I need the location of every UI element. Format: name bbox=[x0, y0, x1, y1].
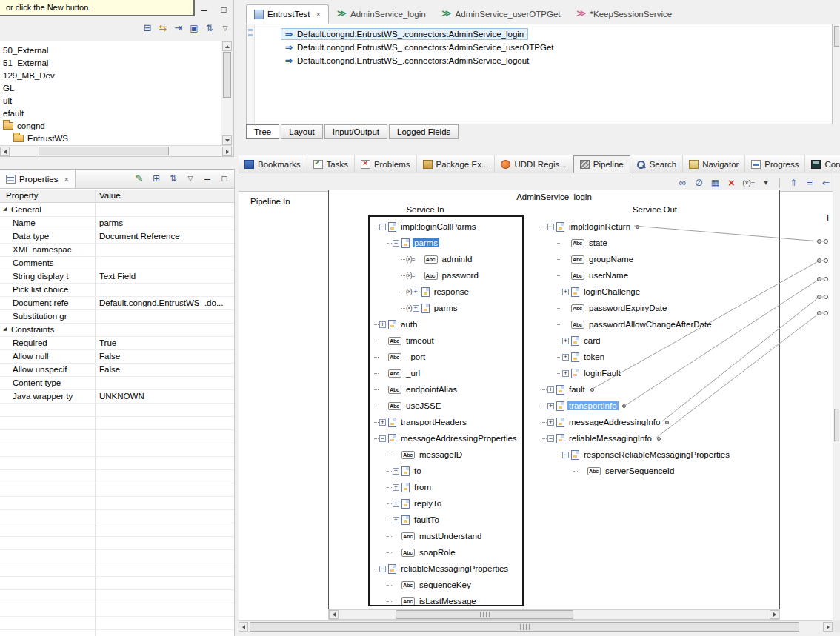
tree-mode-icon[interactable]: ⊞ bbox=[151, 173, 161, 184]
property-row[interactable]: Allow unspecifFalse bbox=[0, 364, 234, 377]
edit-icon[interactable]: ✎ bbox=[134, 173, 144, 184]
service-reference-row[interactable]: ⇒Default.congnd.EntrustWS_.connectors:Ad… bbox=[281, 27, 559, 40]
expand-toggle-icon[interactable]: + bbox=[379, 419, 386, 426]
view-tab-Navigator[interactable]: Navigator bbox=[683, 155, 745, 173]
editor-mode-tab-Layout[interactable]: Layout bbox=[281, 124, 323, 139]
view-tab-PackageEx[interactable]: Package Ex... bbox=[417, 155, 496, 173]
property-row[interactable]: Content type bbox=[0, 377, 234, 390]
minimize-icon[interactable]: – bbox=[202, 173, 213, 184]
map-icon[interactable]: ∞ bbox=[677, 177, 687, 189]
scrollbar-thumb[interactable] bbox=[39, 147, 169, 155]
field-token[interactable]: +token bbox=[527, 349, 778, 365]
view-horizontal-scrollbar[interactable] bbox=[239, 620, 833, 632]
link-editor-icon[interactable]: ⇆ bbox=[158, 22, 168, 34]
editor-canvas[interactable]: ⇒Default.congnd.EntrustWS_.connectors:Ad… bbox=[246, 24, 833, 124]
collapse-toggle-icon[interactable]: − bbox=[547, 224, 554, 230]
property-row[interactable]: Nameparms bbox=[0, 217, 234, 230]
tree-item-GL[interactable]: GL bbox=[0, 81, 221, 94]
insert-value-icon[interactable]: (×)= bbox=[742, 177, 755, 189]
property-row[interactable]: String display tText Field bbox=[0, 270, 234, 284]
panel-horizontal-scrollbar[interactable] bbox=[328, 609, 780, 620]
expand-toggle-icon[interactable]: + bbox=[547, 403, 554, 409]
editor-tab-AdminService_userOTPGet[interactable]: AdminService_userOTPGet bbox=[434, 4, 569, 24]
maximize-icon[interactable]: □ bbox=[219, 173, 230, 184]
field-endpointAlias[interactable]: endpointAlias bbox=[371, 381, 522, 398]
field-soapRole[interactable]: soapRole bbox=[371, 544, 522, 560]
field-useJSSE[interactable]: useJSSE bbox=[371, 398, 522, 414]
expand-toggle-icon[interactable]: + bbox=[547, 386, 554, 393]
expand-toggle-icon[interactable]: + bbox=[562, 289, 569, 295]
table-icon[interactable]: ▦ bbox=[710, 177, 720, 189]
view-menu-icon[interactable]: ▽ bbox=[220, 22, 230, 34]
field-parms[interactable]: −parms bbox=[371, 235, 522, 251]
collapse-toggle-icon[interactable]: − bbox=[547, 435, 554, 442]
expand-tree-icon[interactable]: ⇥ bbox=[173, 22, 184, 34]
expand-all-icon[interactable]: ⇑ bbox=[788, 177, 799, 189]
field-messageAddressingProperties[interactable]: −messageAddressingProperties bbox=[371, 430, 522, 446]
sort-icon[interactable]: ⇅ bbox=[168, 173, 179, 184]
view-vertical-scrollbar[interactable] bbox=[833, 173, 840, 620]
close-icon[interactable]: × bbox=[64, 175, 68, 184]
view-tab-UDDIRegis[interactable]: UDDI Regis... bbox=[495, 155, 573, 173]
editor-vertical-scrollbar[interactable] bbox=[833, 24, 840, 125]
field-groupName[interactable]: groupName bbox=[527, 251, 778, 267]
scroll-left-button[interactable] bbox=[329, 610, 339, 619]
scroll-right-button[interactable] bbox=[770, 610, 779, 619]
map-anchor-dot[interactable] bbox=[665, 421, 669, 424]
expand-toggle-icon[interactable]: + bbox=[547, 419, 554, 426]
scroll-left-button[interactable] bbox=[239, 622, 248, 632]
property-row[interactable]: ◢Constraints bbox=[0, 324, 234, 337]
scrollbar-thumb[interactable] bbox=[834, 409, 839, 441]
view-tab-Bookmarks[interactable]: Bookmarks bbox=[239, 155, 307, 173]
field-adminId[interactable]: (×)=adminId bbox=[371, 251, 522, 267]
collapse-toggle-icon[interactable]: − bbox=[379, 566, 386, 572]
scroll-right-button[interactable] bbox=[222, 147, 232, 156]
property-row[interactable]: ◢General bbox=[0, 204, 234, 217]
property-row[interactable]: Substitution gr bbox=[0, 310, 234, 324]
field-reliableMessagingInfo[interactable]: −reliableMessagingInfo bbox=[527, 430, 778, 446]
field-mustUnderstand[interactable]: mustUnderstand bbox=[371, 528, 522, 544]
property-row[interactable]: Pick list choice bbox=[0, 284, 234, 297]
minimize-icon[interactable]: – bbox=[199, 4, 210, 16]
field-impl:loginReturn[interactable]: −impl:loginReturn bbox=[527, 218, 778, 235]
field-passwordExpiryDate[interactable]: passwordExpiryDate bbox=[527, 300, 778, 316]
field-responseReliableMessagingProperties[interactable]: −responseReliableMessagingProperties bbox=[527, 446, 778, 463]
property-row[interactable]: RequiredTrue bbox=[0, 337, 234, 350]
scroll-left-button[interactable] bbox=[0, 147, 10, 156]
expand-toggle-icon[interactable]: + bbox=[562, 370, 569, 377]
field-from[interactable]: +from bbox=[371, 479, 522, 495]
collapse-toggle-icon[interactable]: − bbox=[379, 224, 386, 230]
service-in-container[interactable]: −impl:loginCallParms−parms(×)=adminId(×)… bbox=[368, 215, 524, 606]
group-expanded-icon[interactable]: ◢ bbox=[3, 206, 7, 212]
property-row[interactable]: Document refeDefault.congnd.EntrustWS_.d… bbox=[0, 297, 234, 310]
field-state[interactable]: state bbox=[527, 235, 778, 251]
property-row[interactable]: Comments bbox=[0, 257, 234, 270]
tree-item-efault[interactable]: efault bbox=[0, 107, 221, 119]
field-_port[interactable]: _port bbox=[371, 349, 522, 365]
field-faultTo[interactable]: +faultTo bbox=[371, 512, 522, 528]
expand-toggle-icon[interactable]: + bbox=[379, 321, 386, 328]
field-serverSequenceId[interactable]: serverSequenceId bbox=[527, 463, 778, 479]
property-row[interactable]: Allow nullFalse bbox=[0, 350, 234, 364]
navigator-vertical-scrollbar[interactable] bbox=[221, 41, 232, 145]
tree-item-51_External[interactable]: 51_External bbox=[0, 56, 221, 69]
new-window-icon[interactable]: ▣ bbox=[189, 22, 199, 34]
service-reference-row[interactable]: ⇒Default.congnd.EntrustWS_.connectors:Ad… bbox=[281, 41, 559, 53]
map-anchor-dot[interactable] bbox=[636, 225, 639, 229]
tree-item-ult[interactable]: ult bbox=[0, 94, 221, 107]
property-row[interactable]: Java wrapper tyUNKNOWN bbox=[0, 390, 234, 404]
sort-az-icon[interactable]: ⇅ bbox=[204, 22, 215, 34]
expand-toggle-icon[interactable]: + bbox=[562, 338, 569, 344]
view-tab-Tasks[interactable]: Tasks bbox=[307, 155, 355, 173]
field-password[interactable]: (×)=password bbox=[371, 267, 522, 284]
field-parms[interactable]: (×)+parms bbox=[371, 300, 522, 316]
field-messageID[interactable]: messageID bbox=[371, 446, 522, 463]
field-timeout[interactable]: timeout bbox=[371, 332, 522, 349]
field-to[interactable]: +to bbox=[371, 463, 522, 479]
view-tab-Progress[interactable]: Progress bbox=[745, 155, 805, 173]
field-passwordAllowChangeAfterDate[interactable]: passwordAllowChangeAfterDate bbox=[527, 316, 778, 332]
expand-toggle-icon[interactable]: + bbox=[393, 517, 399, 523]
editor-tab-EntrustTest[interactable]: EntrustTest× bbox=[246, 4, 329, 24]
map-anchor-dot[interactable] bbox=[590, 388, 594, 392]
field-loginChallenge[interactable]: +loginChallenge bbox=[527, 284, 778, 300]
